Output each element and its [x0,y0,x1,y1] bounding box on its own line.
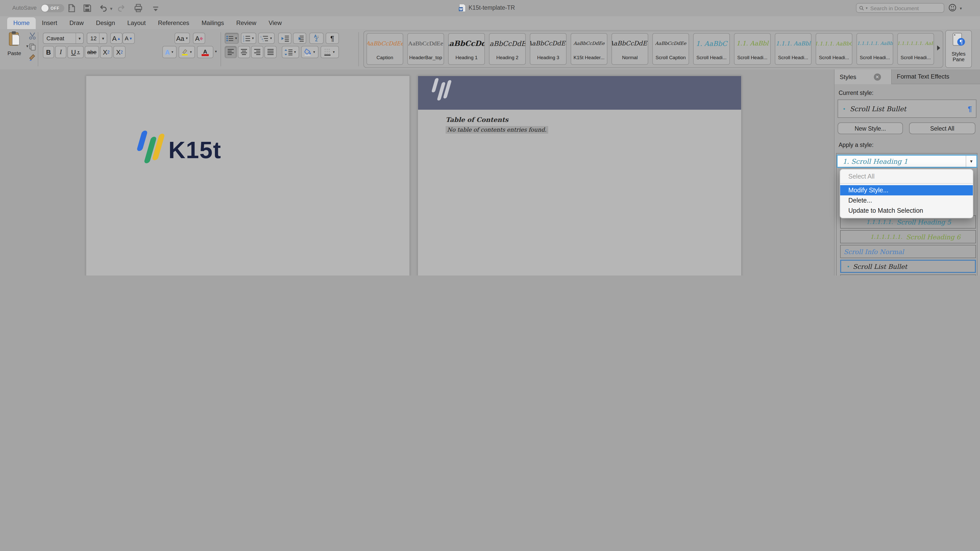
font-size-combo[interactable]: 12 ▼ [87,33,107,44]
outdent-icon [281,35,289,41]
document-page-1[interactable]: K15t $scroll.title By $scroll.exporter $… [86,76,410,275]
align-right-button[interactable] [251,46,263,58]
numbering-button[interactable]: 123 ▼ [241,33,256,44]
apply-style-combo[interactable]: 1. Scroll Heading 1 ▼ [837,155,977,168]
style-tile-scroll-heading2[interactable]: 1.1. AaBbl Scroll Headi... [734,33,771,65]
superscript-button[interactable]: X2 [113,46,126,58]
shrink-font-button[interactable]: A▼ [123,33,135,44]
borders-button[interactable]: ▼ [321,46,339,58]
search-placeholder: Search in Document [870,5,919,11]
clear-formatting-button[interactable]: A◆ [193,33,205,44]
style-tile-heading3[interactable]: AaBbCcDdEe Heading 3 [530,33,566,65]
tab-home[interactable]: Home [7,17,36,29]
style-tile-heading1[interactable]: AaBbCcDdt Heading 1 [448,33,485,65]
font-name-caret[interactable]: ▼ [76,33,83,43]
tab-draw[interactable]: Draw [63,17,90,29]
style-tile-scroll-heading1[interactable]: 1. AaBbC Scroll Headi... [693,33,730,65]
line-spacing-button[interactable]: ▼ [282,46,299,58]
grow-font-button[interactable]: A▲ [110,33,123,44]
styles-pane-button[interactable]: ¶ StylesPane [945,30,972,68]
save-icon[interactable] [83,3,92,13]
shading-button[interactable]: ▼ [301,46,318,58]
style-tile-scroll-heading4[interactable]: 1.1.1.1. AaBbC Scroll Headi... [816,33,853,65]
close-pane-icon[interactable]: ✕ [873,73,881,80]
tab-mailings[interactable]: Mailings [196,17,230,29]
styles-pane: Styles ✕ Format Text Effects Current sty… [834,69,980,275]
menu-item-delete[interactable]: Delete... [840,195,973,206]
customize-toolbar-icon[interactable] [151,5,160,14]
underline-button[interactable]: U▼ [67,46,84,58]
new-style-button[interactable]: New Style... [838,122,903,134]
menu-item-modify-style[interactable]: Modify Style... [840,185,973,195]
cut-icon[interactable] [29,32,36,40]
format-painter-icon[interactable] [29,54,36,61]
feedback-caret[interactable]: ▼ [959,6,963,10]
font-name-combo[interactable]: Caveat ▼ [43,33,84,44]
document-canvas[interactable]: K15t $scroll.title By $scroll.exporter $… [0,69,834,275]
style-tile-normal[interactable]: AaBbCcDdEe Normal [611,33,648,65]
increase-indent-button[interactable] [293,33,306,44]
style-row-scroll-list-bullet-2[interactable]: •Scroll List Bullet 2 [840,275,976,275]
style-tile-scroll-heading6[interactable]: 1.1.1.1.1.1. AaE Scroll Headi... [897,33,934,65]
tab-insert[interactable]: Insert [36,17,63,29]
style-tile-headerbar-top[interactable]: AaBbCcDdEe HeaderBar_top [407,33,444,65]
style-tile-scroll-heading3[interactable]: 1.1.1. AaBbl Scroll Headi... [775,33,811,65]
new-document-icon[interactable] [67,3,76,13]
style-row-scroll-info-normal[interactable]: Scroll Info Normal [840,245,976,258]
style-row-scroll-list-bullet[interactable]: •Scroll List Bullet [840,260,976,273]
gallery-scroll-arrow[interactable] [937,45,940,51]
font-color-button[interactable]: A [197,46,213,58]
subscript-button[interactable]: X2 [100,46,112,58]
bullet-list-icon [226,35,234,41]
bold-button[interactable]: B [43,46,54,58]
autosave-toggle[interactable]: OFF [41,4,64,12]
style-tile-scroll-caption[interactable]: AaBbCcDdEe Scroll Caption [652,33,689,65]
bullets-button[interactable]: ▼ [224,33,239,44]
undo-icon[interactable] [99,3,108,13]
tab-review[interactable]: Review [230,17,262,29]
italic-button[interactable]: I [55,46,66,58]
align-left-icon [228,49,234,55]
style-tile-k15t-header[interactable]: AaBbCcDdEe K15t Header... [571,33,608,65]
search-scope-caret[interactable]: ▼ [865,6,868,10]
select-all-button[interactable]: Select All [909,122,975,134]
paragraph-mark-icon: ¶ [968,105,972,113]
sidebar-tab-format-text-effects[interactable]: Format Text Effects [892,69,980,84]
apply-style-caret[interactable]: ▼ [966,156,977,167]
toc-empty-text: No table of contents entries found. [445,126,548,134]
highlight-button[interactable]: ▼ [179,46,195,58]
show-marks-button[interactable]: ¶ [326,33,339,44]
menu-item-update-to-match[interactable]: Update to Match Selection [840,206,973,216]
copy-icon[interactable] [29,43,36,51]
font-size-caret[interactable]: ▼ [99,33,107,43]
tab-layout[interactable]: Layout [121,17,152,29]
sidebar-tab-styles[interactable]: Styles ✕ [835,69,892,84]
change-case-button[interactable]: Aa▼ [175,33,190,44]
strikethrough-button[interactable]: abe [85,46,99,58]
style-tile-scroll-heading5[interactable]: 1.1.1.1.1. AaBb Scroll Headi... [856,33,893,65]
align-left-button[interactable] [224,46,237,58]
sort-button[interactable]: A↓ Z [309,33,324,44]
font-color-caret[interactable]: ▼ [215,50,218,53]
undo-dropdown-caret[interactable]: ▼ [109,6,113,11]
borders-icon [324,48,331,56]
multilevel-list-button[interactable]: 1ai ▼ [258,33,275,44]
style-row-scroll-heading-6[interactable]: 1.1.1.1.1.1.Scroll Heading 6 [840,230,976,243]
search-input[interactable]: ▼ Search in Document [856,3,944,13]
tab-references[interactable]: References [152,17,196,29]
current-style-box[interactable]: • Scroll List Bullet ¶ [838,100,977,118]
justify-button[interactable] [264,46,277,58]
paste-button[interactable]: Paste [4,31,24,56]
print-icon[interactable] [134,3,143,13]
k15t-logo: K15t [139,136,221,164]
decrease-indent-button[interactable] [278,33,291,44]
text-effects-button[interactable]: A▼ [162,46,177,58]
feedback-smiley-icon[interactable] [948,3,956,12]
svg-text:W: W [459,7,463,11]
style-tile-caption[interactable]: AaBbCcDdEe Caption [366,33,403,65]
document-page-2[interactable]: Table of Contents No table of contents e… [417,76,741,275]
style-tile-heading2[interactable]: AaBbCcDdEe Heading 2 [489,33,526,65]
tab-view[interactable]: View [262,17,288,29]
align-center-button[interactable] [238,46,250,58]
tab-design[interactable]: Design [90,17,121,29]
